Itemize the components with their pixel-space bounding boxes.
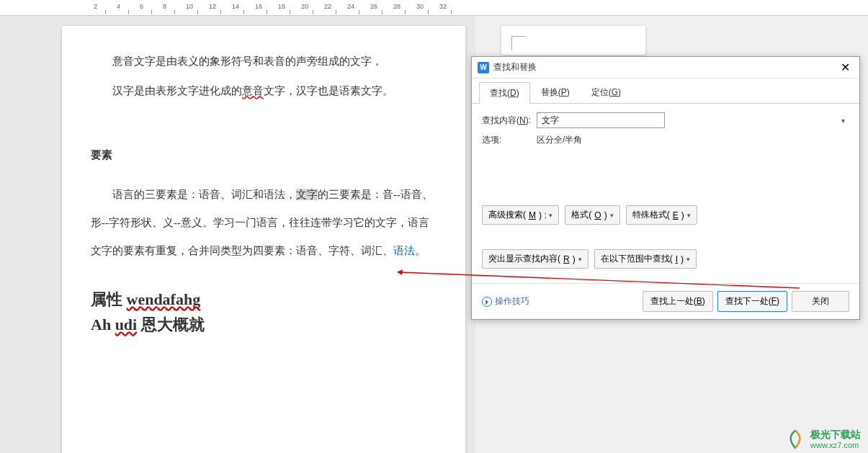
tips-label: 操作技巧 xyxy=(495,295,529,308)
info-icon: ⏵ xyxy=(482,297,492,307)
text-run: 语言的三要素是：语音、词汇和语法， xyxy=(112,189,296,200)
paragraph[interactable]: 意音文字是由表义的象形符号和表音的声旁组成的文字， xyxy=(91,48,437,76)
highlight-results-button[interactable]: 突出显示查找内容(R) ▾ xyxy=(482,249,589,269)
special-format-button[interactable]: 特殊格式(E) ▾ xyxy=(626,205,697,225)
text-run: 。 xyxy=(415,245,426,256)
find-next-button[interactable]: 查找下一处(F) xyxy=(717,291,787,312)
chevron-down-icon: ▾ xyxy=(549,212,552,219)
dialog-body: 查找内容(N): ▾ 选项: 区分全/半角 xyxy=(472,104,859,159)
spellcheck-wavy: wendafahg xyxy=(127,290,201,308)
chevron-down-icon: ▾ xyxy=(610,212,614,219)
document-page-next xyxy=(501,26,645,55)
close-button[interactable]: 关闭 xyxy=(792,291,849,312)
document-page[interactable]: 意音文字是由表义的象形符号和表音的声旁组成的文字， 汉字是由表形文字进化成的意音… xyxy=(62,26,465,453)
dialog-title: 查找和替换 xyxy=(493,61,836,73)
text-run: 属性 xyxy=(91,290,127,308)
find-content-label: 查找内容(N): xyxy=(482,115,537,127)
page-margin-corner xyxy=(511,36,526,50)
close-icon[interactable]: ✕ xyxy=(836,59,854,76)
watermark-logo-icon xyxy=(784,429,806,450)
section-heading[interactable]: 要素 xyxy=(91,141,437,169)
tab-find[interactable]: 查找(D) xyxy=(479,82,530,104)
watermark-name: 极光下载站 xyxy=(810,429,861,440)
tips-link[interactable]: ⏵ 操作技巧 xyxy=(482,295,529,308)
dialog-titlebar[interactable]: W 查找和替换 ✕ xyxy=(472,57,859,79)
chevron-down-icon[interactable]: ▾ xyxy=(841,117,845,125)
chevron-down-icon: ▾ xyxy=(686,256,690,263)
caret-icon: ¦ xyxy=(545,212,546,219)
find-prev-button[interactable]: 查找上一处(B) xyxy=(643,291,713,312)
find-content-input[interactable] xyxy=(537,112,665,128)
advanced-search-button[interactable]: 高级搜索(M) ¦▾ xyxy=(482,205,559,225)
options-label: 选项: xyxy=(482,134,537,146)
options-value: 区分全/半角 xyxy=(537,134,582,146)
spellcheck-wavy: 意音 xyxy=(242,85,264,97)
hyperlink[interactable]: 语法 xyxy=(393,245,415,256)
find-replace-dialog: W 查找和替换 ✕ 查找(D) 替换(P) 定位(G) 查找内容(N): ▾ 选… xyxy=(471,56,860,320)
text-run: 恩大概就 xyxy=(137,315,205,333)
format-button[interactable]: 格式(O) ▾ xyxy=(565,205,619,225)
chevron-down-icon: ▾ xyxy=(578,256,582,263)
watermark: 极光下载站 www.xz7.com xyxy=(784,429,861,450)
heading-line[interactable]: 属性 wendafahg xyxy=(91,287,437,312)
search-in-range-button[interactable]: 在以下范围中查找(I) ▾ xyxy=(594,249,697,269)
app-icon: W xyxy=(478,62,489,73)
paragraph[interactable]: 汉字是由表形文字进化成的意音文字，汉字也是语素文字。 xyxy=(91,77,437,105)
text-run: 汉字是由表形文字进化成的 xyxy=(112,85,242,97)
tab-goto[interactable]: 定位(G) xyxy=(581,81,632,103)
paragraph[interactable]: 语言的三要素是：语音、词汇和语法，文字的三要素是：音--语音、形--字符形状、义… xyxy=(91,181,437,265)
dialog-tabs: 查找(D) 替换(P) 定位(G) xyxy=(472,79,859,104)
document-editor-area: 意音文字是由表义的象形符号和表音的声旁组成的文字， 汉字是由表形文字进化成的意音… xyxy=(0,16,475,453)
watermark-url: www.xz7.com xyxy=(810,441,861,449)
horizontal-ruler: 2468101214161820222426283032 xyxy=(0,0,868,16)
heading-line[interactable]: Ah udi 恩大概就 xyxy=(91,312,437,337)
find-highlight: 文字 xyxy=(296,189,318,200)
spellcheck-wavy: udi xyxy=(115,315,138,333)
chevron-down-icon: ▾ xyxy=(687,212,691,219)
text-run: 文字，汉字也是语素文字。 xyxy=(264,85,393,97)
tab-replace[interactable]: 替换(P) xyxy=(530,81,581,103)
text-run: Ah xyxy=(91,315,115,333)
